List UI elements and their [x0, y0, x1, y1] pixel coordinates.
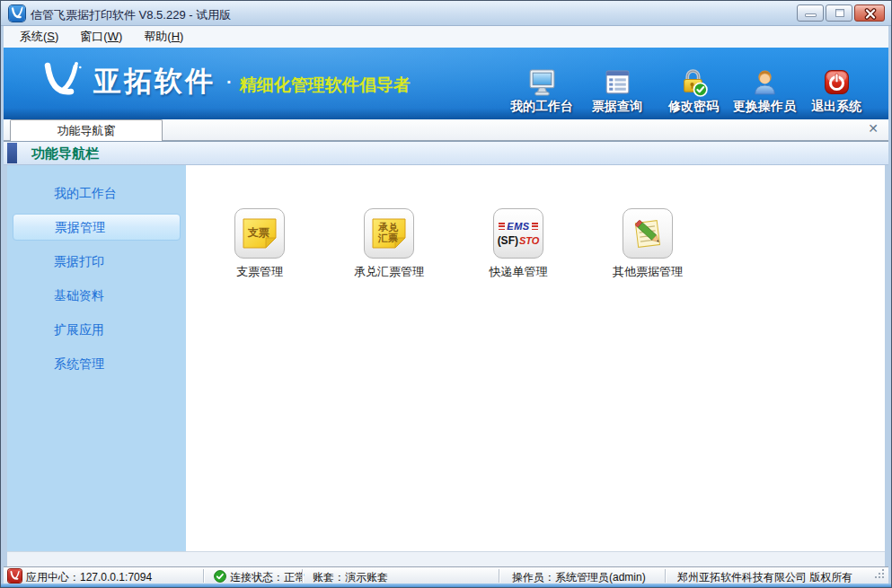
nav-header-accent-bar	[7, 143, 17, 163]
document-list-icon	[603, 67, 632, 97]
sidebar-item-system-management[interactable]: 系统管理	[7, 347, 186, 381]
module-other-bill-management[interactable]: 其他票据管理	[583, 208, 712, 280]
app-center-logo-icon	[8, 569, 22, 583]
module-express-waybill-management[interactable]: EMS (SF) STO 快递单管理	[454, 208, 583, 280]
window-controls	[797, 4, 885, 22]
main-content: 支票 支票管理 承兑 汇票	[186, 165, 885, 551]
module-acceptance-bill-management[interactable]: 承兑 汇票 承兑汇票管理	[324, 208, 454, 280]
monitor-icon	[527, 67, 557, 97]
module-check-management[interactable]: 支票 支票管理	[195, 208, 324, 280]
sidebar-navigation: 我的工作台 票据管理 票据打印 基础资料 扩展应用 系统管理	[7, 165, 186, 551]
menu-help[interactable]: 帮助(H)	[133, 26, 194, 48]
menu-window[interactable]: 窗口(W)	[69, 26, 133, 48]
close-button[interactable]	[854, 4, 885, 22]
minimize-button[interactable]	[797, 4, 824, 22]
toolbar-item-change-operator[interactable]: 更换操作员	[727, 67, 802, 115]
window-title: 信管飞票据打印软件 V8.5.229 - 试用版	[31, 7, 231, 23]
status-separator	[203, 569, 204, 583]
speed-lines-icon	[499, 223, 505, 230]
brand-block: 亚拓软件 · 精细化管理软件倡导者	[40, 59, 411, 102]
toolbar-item-change-password[interactable]: 修改密码	[656, 67, 731, 115]
brand-name: 亚拓软件	[93, 63, 216, 101]
close-icon	[863, 8, 878, 20]
window-bottom-edge	[1, 584, 891, 587]
tab-strip: 功能导航窗 ✕	[4, 119, 888, 141]
nav-header: 功能导航栏	[4, 141, 888, 165]
express-logos-icon: EMS (SF) STO	[498, 221, 540, 247]
sidebar-item-basic-data[interactable]: 基础资料	[7, 278, 186, 312]
sticky-note-icon: 支票	[243, 218, 277, 249]
maximize-icon	[835, 9, 844, 17]
maximize-button[interactable]	[826, 4, 852, 22]
status-bar: 应用中心：127.0.0.1:7094 连接状态：正常 账套：演示账套 操作员：…	[4, 566, 888, 584]
brand-banner: 亚拓软件 · 精细化管理软件倡导者 我的工作台 票据查询	[4, 48, 888, 119]
speed-lines-icon	[532, 223, 538, 230]
toolbar-item-exit[interactable]: 退出系统	[799, 67, 874, 115]
app-window: 信管飞票据打印软件 V8.5.229 - 试用版 系统(S) 窗口(W) 帮助(…	[0, 0, 892, 588]
menu-bar: 系统(S) 窗口(W) 帮助(H)	[4, 26, 888, 48]
status-separator	[302, 569, 303, 583]
sidebar-item-bill-printing[interactable]: 票据打印	[7, 244, 186, 278]
notepad-pencil-icon	[630, 215, 666, 251]
status-separator	[665, 569, 666, 583]
bottom-gap	[7, 551, 885, 566]
resize-grip[interactable]	[874, 568, 885, 582]
brand-separator: ·	[226, 72, 233, 92]
user-icon	[750, 67, 780, 97]
toolbar-item-bill-query[interactable]: 票据查询	[579, 67, 655, 115]
menu-system[interactable]: 系统(S)	[9, 26, 69, 48]
sidebar-item-bill-management[interactable]: 票据管理	[13, 214, 181, 241]
tab-close-icon[interactable]: ✕	[868, 122, 879, 135]
power-icon	[822, 67, 852, 97]
title-bar: 信管飞票据打印软件 V8.5.229 - 试用版	[1, 1, 891, 26]
minimize-icon	[805, 13, 817, 17]
brand-slogan: 精细化管理软件倡导者	[240, 74, 411, 97]
app-logo-icon	[9, 5, 25, 22]
toolbar-item-workbench[interactable]: 我的工作台	[504, 67, 579, 115]
module-grid: 支票 支票管理 承兑 汇票	[186, 165, 885, 280]
sidebar-item-extended-apps[interactable]: 扩展应用	[7, 312, 186, 347]
status-separator	[499, 569, 499, 583]
lock-check-icon	[679, 67, 709, 97]
tab-function-navigation[interactable]: 功能导航窗	[10, 119, 163, 141]
sticky-note-icon: 承兑 汇票	[372, 218, 406, 249]
yatuo-logo-icon	[40, 59, 83, 102]
sidebar-item-workbench[interactable]: 我的工作台	[7, 176, 186, 210]
nav-header-title: 功能导航栏	[31, 145, 99, 162]
